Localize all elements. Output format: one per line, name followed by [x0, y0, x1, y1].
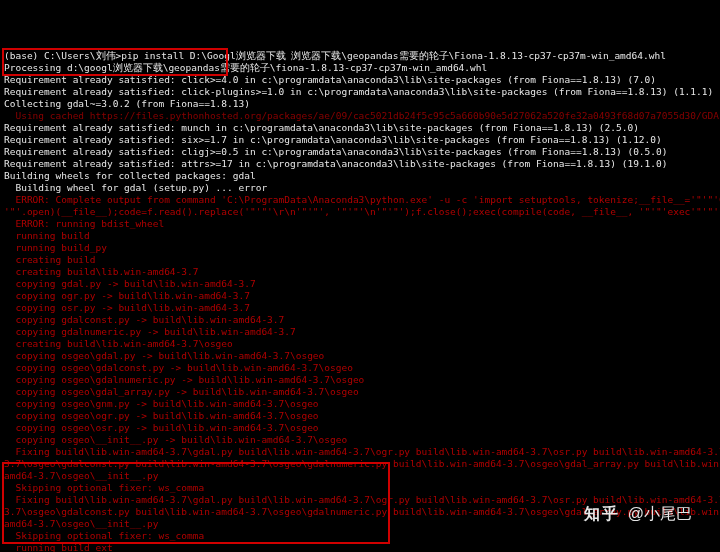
terminal-output: (base) C:\Users\刘伟>pip install D:\Googl浏… — [0, 48, 720, 552]
watermark-author: @小尾巴 — [628, 508, 692, 520]
terminal-line: amd64-3.7\osgeo\__init__.py — [4, 470, 716, 482]
terminal-line: copying osgeo\gdalconst.py -> build\lib.… — [4, 362, 716, 374]
terminal-line: copying gdal.py -> build\lib.win-amd64-3… — [4, 278, 716, 290]
terminal-line: Building wheel for gdal (setup.py) ... e… — [4, 182, 716, 194]
terminal-line: Requirement already satisfied: cligj>=0.… — [4, 146, 716, 158]
terminal-line: Fixing build\lib.win-amd64-3.7\gdal.py b… — [4, 446, 716, 458]
terminal-line: copying osr.py -> build\lib.win-amd64-3.… — [4, 302, 716, 314]
terminal-line: Requirement already satisfied: six>=1.7 … — [4, 134, 716, 146]
terminal-line: creating build\lib.win-amd64-3.7\osgeo — [4, 338, 716, 350]
terminal-line: Requirement already satisfied: attrs>=17… — [4, 158, 716, 170]
terminal-line: Building wheels for collected packages: … — [4, 170, 716, 182]
terminal-line: copying osgeo\gnm.py -> build\lib.win-am… — [4, 398, 716, 410]
terminal-line: creating build\lib.win-amd64-3.7 — [4, 266, 716, 278]
terminal-line: copying gdalconst.py -> build\lib.win-am… — [4, 314, 716, 326]
terminal-line: Skipping optional fixer: ws_comma — [4, 482, 716, 494]
terminal-line: creating build — [4, 254, 716, 266]
terminal-line: copying osgeo\__init__.py -> build\lib.w… — [4, 434, 716, 446]
terminal-line: copying osgeo\osr.py -> build\lib.win-am… — [4, 422, 716, 434]
terminal-line: Collecting gdal~=3.0.2 (from Fiona==1.8.… — [4, 98, 716, 110]
terminal-line: running build_ext — [4, 542, 716, 552]
terminal-line: Skipping optional fixer: ws_comma — [4, 530, 716, 542]
terminal-line: copying osgeo\gdalnumeric.py -> build\li… — [4, 374, 716, 386]
terminal-line: ERROR: running bdist_wheel — [4, 218, 716, 230]
terminal-line: (base) C:\Users\刘伟>pip install D:\Googl浏… — [4, 50, 716, 62]
terminal-line: copying ogr.py -> build\lib.win-amd64-3.… — [4, 290, 716, 302]
terminal-line: running build — [4, 230, 716, 242]
terminal-line: running build_py — [4, 242, 716, 254]
terminal-line: Requirement already satisfied: click>=4.… — [4, 74, 716, 86]
zhihu-logo-icon: 知乎 — [584, 508, 620, 520]
terminal-line: Using cached https://files.pythonhosted.… — [4, 110, 716, 122]
zhihu-watermark: 知乎 @小尾巴 — [584, 508, 692, 520]
terminal-line: Requirement already satisfied: click-plu… — [4, 86, 716, 98]
terminal-line: Processing d:\googl浏览器下载\geopandas需要的轮子\… — [4, 62, 716, 74]
terminal-line: 3.7\osgeo\gdalconst.py build\lib.win-amd… — [4, 458, 716, 470]
terminal-line: '"'.open)(__file__);code=f.read().replac… — [4, 206, 716, 218]
terminal-line: ERROR: Complete output from command 'C:\… — [4, 194, 716, 206]
terminal-line: Requirement already satisfied: munch in … — [4, 122, 716, 134]
terminal-line: copying osgeo\ogr.py -> build\lib.win-am… — [4, 410, 716, 422]
terminal-line: copying osgeo\gdal.py -> build\lib.win-a… — [4, 350, 716, 362]
terminal-line: copying osgeo\gdal_array.py -> build\lib… — [4, 386, 716, 398]
terminal-line: copying gdalnumeric.py -> build\lib.win-… — [4, 326, 716, 338]
